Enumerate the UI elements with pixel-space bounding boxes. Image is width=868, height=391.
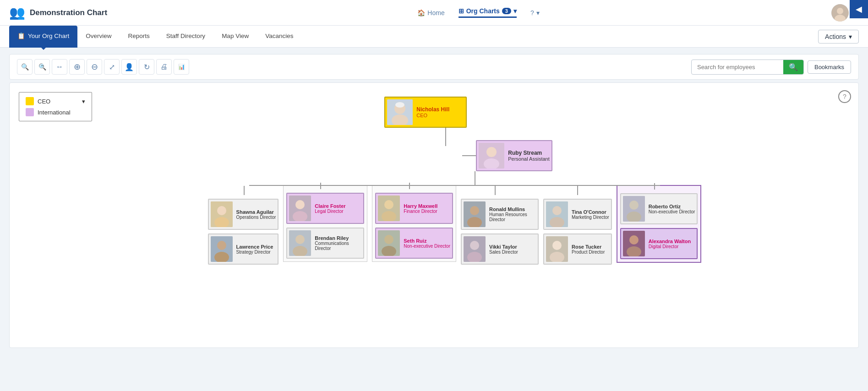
node-seth-ruiz[interactable]: Seth Ruiz Non-executive Director: [375, 228, 453, 259]
svg-point-35: [552, 206, 562, 215]
refresh-icon: ↻: [144, 63, 150, 71]
tab-your-org-chart[interactable]: 📋 Your Org Chart: [9, 26, 77, 48]
legend-item-international: International: [26, 108, 85, 116]
help-link[interactable]: ? ▾: [530, 9, 540, 16]
tab-reports[interactable]: Reports: [120, 26, 158, 48]
sub-nav-tabs: 📋 Your Org Chart Overview Reports Staff …: [9, 26, 818, 48]
chart-tree: Nicholas Hill CEO: [87, 97, 849, 265]
node-brendan-riley[interactable]: Brendan Riley Communications Director: [286, 228, 364, 259]
actions-caret-icon: ▾: [849, 33, 852, 40]
rose-photo: [546, 236, 568, 262]
tab-vacancies[interactable]: Vacancies: [257, 26, 301, 48]
brand-title: Demonstration Chart: [30, 8, 107, 17]
sidebar-toggle-icon: ◀: [856, 4, 862, 14]
expand-icon: ⊕: [74, 62, 81, 72]
tab-staff-directory[interactable]: Staff Directory: [158, 26, 213, 48]
brand-logo: 👥 Demonstration Chart: [9, 5, 107, 20]
seth-photo: [378, 230, 400, 256]
node-roberto-ortiz[interactable]: Roberto Ortiz Non-executive Director: [620, 193, 698, 224]
fit-screen-button[interactable]: ↔: [52, 59, 67, 75]
legend-item-ceo: CEO ▾: [26, 97, 85, 105]
node-harry-maxwell[interactable]: Harry Maxwell Finance Director: [375, 193, 453, 224]
pa-info: Ruby Stream Personal Assistant: [508, 150, 550, 162]
tab-map-view[interactable]: Map View: [213, 26, 257, 48]
person-button[interactable]: 👤: [121, 59, 137, 75]
org-charts-link[interactable]: ⊞ Org Charts 3 ▾: [459, 7, 517, 18]
node-shawna-aguilar[interactable]: Shawna Aguilar Operations Director: [208, 199, 279, 230]
brendan-photo: [289, 230, 311, 256]
org-charts-icon: ⊞: [459, 7, 464, 15]
svg-point-32: [470, 241, 479, 250]
tab-icon: 📋: [17, 32, 25, 39]
print-button[interactable]: 🖨: [156, 59, 172, 75]
harry-photo: [378, 196, 400, 221]
person-icon: 👤: [125, 63, 134, 71]
node-vikki-taylor[interactable]: Vikki Taylor Sales Director: [461, 234, 539, 265]
shawna-photo: [211, 201, 233, 227]
svg-point-11: [217, 206, 226, 215]
legend-caret-ceo[interactable]: ▾: [82, 98, 85, 105]
top-nav-links: 🏠 Home ⊞ Org Charts 3 ▾ ? ▾: [126, 7, 831, 18]
sidebar-toggle[interactable]: ◀: [850, 0, 868, 18]
zoom-in-button[interactable]: 🔍: [17, 59, 33, 75]
org-chart-area: CEO ▾ International ?: [9, 82, 859, 348]
expand-button[interactable]: ⊕: [69, 59, 85, 75]
ceo-photo: [387, 99, 413, 125]
toolbar-right: 🔍 Bookmarks: [691, 60, 851, 75]
zoom-out-button[interactable]: 🔍−: [34, 59, 50, 75]
home-link[interactable]: 🏠 Home: [417, 9, 444, 16]
sub-navigation: 📋 Your Org Chart Overview Reports Staff …: [0, 26, 868, 48]
ceo-info: Nicholas Hill CEO: [416, 106, 449, 118]
svg-point-29: [470, 206, 479, 215]
node-pa[interactable]: Ruby Stream Personal Assistant: [476, 140, 552, 171]
chart-toolbar: 🔍 🔍− ↔ ⊕ ⊖ ⤢ 👤 ↻ 🖨 📊 🔍 Bookmarks: [9, 54, 859, 80]
svg-point-44: [629, 235, 639, 244]
node-ronald-mullins[interactable]: Ronald Mullins Human Resources Director: [461, 199, 539, 230]
node-alexandra-walton[interactable]: Alexandra Walton Digital Director: [620, 228, 698, 259]
export-button[interactable]: 📊: [174, 59, 189, 75]
search-button[interactable]: 🔍: [783, 60, 803, 74]
node-ceo[interactable]: Nicholas Hill CEO: [384, 97, 467, 128]
svg-point-41: [629, 201, 639, 210]
refresh-button[interactable]: ↻: [139, 59, 154, 75]
collapse-button[interactable]: ⊖: [87, 59, 102, 75]
home-icon: 🏠: [417, 9, 425, 16]
search-wrapper: 🔍: [691, 60, 804, 75]
column-3: Harry Maxwell Finance Director Seth Ruiz…: [372, 185, 456, 262]
bookmarks-button[interactable]: Bookmarks: [808, 60, 851, 74]
svg-point-6: [395, 102, 404, 108]
collapse-icon: ⊖: [91, 62, 98, 72]
vikki-photo: [464, 236, 486, 262]
svg-point-14: [217, 241, 226, 250]
node-tina-oconnor[interactable]: Tina O'Connor Marketing Director: [543, 199, 612, 230]
lawrence-photo: [211, 236, 233, 262]
fit-screen-icon: ↔: [56, 63, 63, 71]
zoom-in-icon: 🔍: [21, 63, 29, 71]
column-6: Roberto Ortiz Non-executive Director Ale…: [617, 185, 702, 263]
alexandra-photo: [623, 231, 645, 256]
avatar[interactable]: [831, 4, 849, 22]
column-4: Ronald Mullins Human Resources Director …: [461, 185, 539, 265]
org-charts-caret: ▾: [513, 7, 517, 15]
legend-color-ceo: [26, 97, 34, 105]
node-lawrence-price[interactable]: Lawrence Price Strategy Director: [208, 234, 279, 265]
org-charts-badge: 3: [502, 8, 511, 14]
svg-point-38: [552, 241, 562, 250]
search-button-icon: 🔍: [789, 63, 798, 71]
legend-color-international: [26, 108, 34, 116]
column-5: Tina O'Connor Marketing Director Rose Tu…: [543, 185, 612, 265]
help-icon: ?: [530, 9, 534, 16]
tina-photo: [546, 201, 568, 227]
node-claire-foster[interactable]: Claire Foster Legal Director: [286, 193, 364, 224]
svg-point-20: [295, 235, 305, 244]
fullscreen-button[interactable]: ⤢: [104, 59, 120, 75]
tab-overview[interactable]: Overview: [77, 26, 120, 48]
svg-point-23: [384, 200, 393, 209]
brand-icon: 👥: [9, 5, 25, 20]
search-input[interactable]: [692, 61, 783, 73]
column-1: Shawna Aguilar Operations Director Lawre…: [208, 185, 279, 265]
node-rose-tucker[interactable]: Rose Tucker Product Director: [543, 234, 612, 265]
actions-button[interactable]: Actions ▾: [818, 30, 859, 43]
svg-point-8: [486, 147, 497, 157]
legend: CEO ▾ International: [19, 92, 92, 121]
